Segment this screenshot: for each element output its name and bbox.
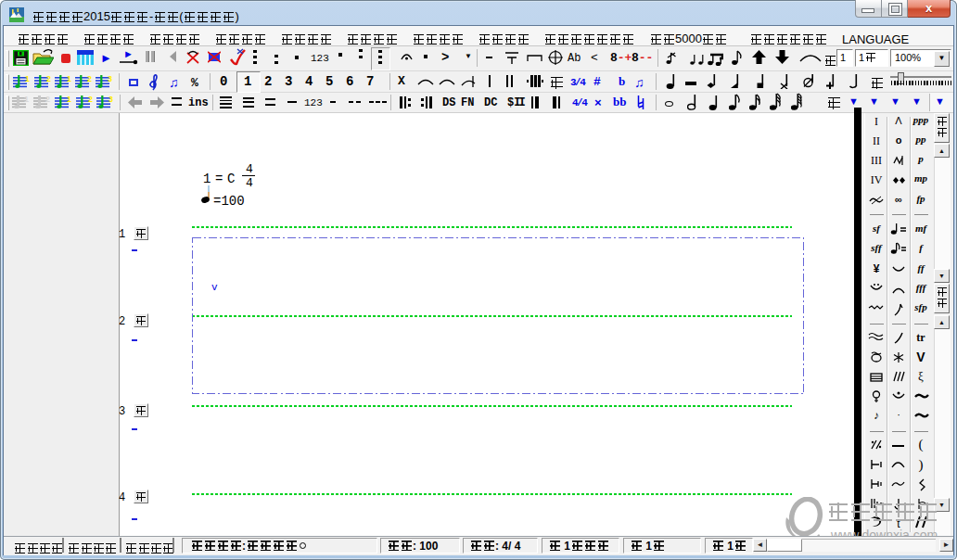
svg-text:2: 2 <box>87 74 92 83</box>
svg-text:1: 1 <box>67 74 71 83</box>
svg-text:2: 2 <box>46 74 51 83</box>
svg-text:1: 1 <box>67 95 71 104</box>
svg-text:2: 2 <box>45 95 50 104</box>
svg-text:2: 2 <box>88 95 93 104</box>
svg-text:1: 1 <box>25 74 30 83</box>
svg-text:3: 3 <box>108 74 112 83</box>
svg-text:1: 1 <box>24 95 29 104</box>
svg-text:3: 3 <box>108 95 113 104</box>
